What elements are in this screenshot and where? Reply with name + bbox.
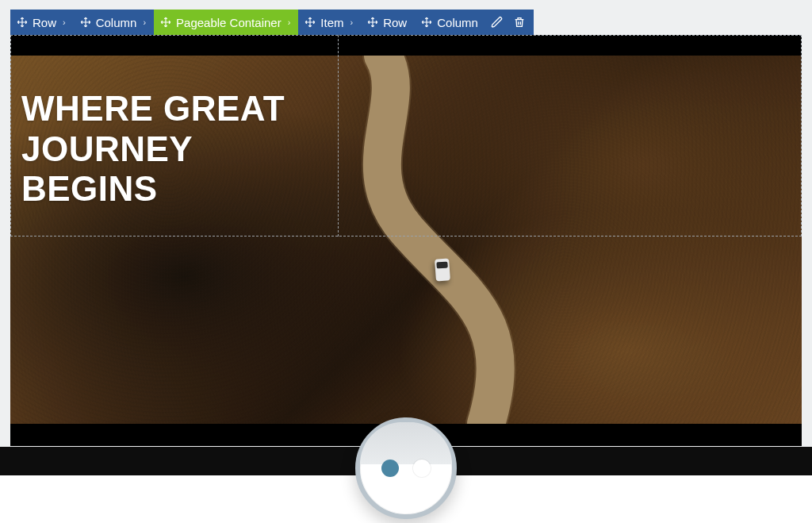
pager-dot-1[interactable] <box>381 460 399 477</box>
hero-line-2: JOURNEY <box>21 129 285 170</box>
editor-canvas[interactable]: WHERE GREAT JOURNEY BEGINS <box>10 35 802 446</box>
edit-icon[interactable] <box>491 16 504 29</box>
breadcrumb-item[interactable]: Item › <box>298 10 361 35</box>
hero-line-1: WHERE GREAT <box>21 89 285 129</box>
breadcrumb-label: Row <box>383 16 407 29</box>
breadcrumb-label: Item <box>320 16 343 29</box>
pager-dot-2[interactable] <box>413 460 431 477</box>
breadcrumb-label: Row <box>33 16 56 29</box>
breadcrumb-actions <box>483 10 534 35</box>
hero-line-3: BEGINS <box>21 169 285 210</box>
move-icon <box>80 17 91 28</box>
move-icon <box>367 17 378 28</box>
chevron-right-icon: › <box>63 17 66 27</box>
chevron-right-icon: › <box>350 17 354 27</box>
breadcrumb-column-2[interactable]: Column <box>415 10 483 35</box>
trash-icon[interactable] <box>513 16 526 29</box>
hero-heading[interactable]: WHERE GREAT JOURNEY BEGINS <box>21 89 285 210</box>
breadcrumb-pageable-container[interactable]: Pageable Container › <box>154 10 298 35</box>
move-icon <box>304 17 316 28</box>
breadcrumb: Row › Column › Pageable Container › Item… <box>10 10 534 35</box>
move-icon <box>160 17 171 28</box>
move-icon <box>421 17 432 28</box>
car-graphic <box>435 258 450 281</box>
move-icon <box>17 17 28 28</box>
breadcrumb-row-2[interactable]: Row <box>361 10 415 35</box>
breadcrumb-column[interactable]: Column › <box>74 10 154 35</box>
breadcrumb-label: Column <box>437 16 478 29</box>
magnifier <box>355 417 457 519</box>
breadcrumb-label: Pageable Container <box>176 16 282 29</box>
chevron-right-icon: › <box>143 17 146 27</box>
breadcrumb-label: Column <box>96 16 137 29</box>
breadcrumb-row[interactable]: Row › <box>10 10 74 35</box>
chevron-right-icon: › <box>288 17 291 27</box>
